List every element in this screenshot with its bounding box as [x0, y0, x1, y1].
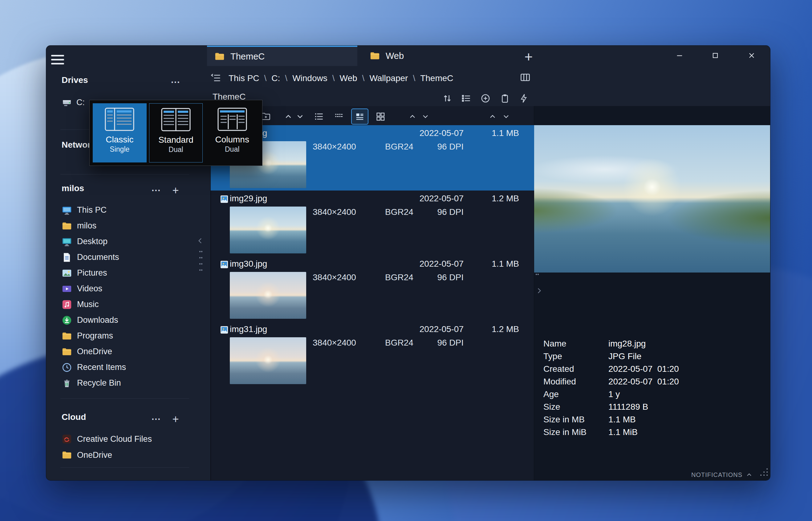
sort-column-up-icon[interactable] — [405, 109, 420, 124]
user-section-more-button[interactable]: ··· — [150, 184, 163, 197]
add-icon[interactable] — [478, 91, 493, 106]
file-dpi: 96 DPI — [437, 273, 463, 282]
sidebar-item-desktop[interactable]: Desktop — [58, 234, 191, 249]
folder-icon — [214, 51, 225, 62]
cloud-section-more-button[interactable]: ··· — [150, 413, 163, 426]
breadcrumb-segment[interactable]: Wallpaper — [369, 73, 408, 83]
image-file-icon — [219, 325, 229, 335]
sort-icon[interactable] — [440, 91, 454, 106]
path-history-menu-icon[interactable] — [209, 71, 223, 85]
view-details-icon[interactable] — [312, 109, 326, 124]
chevron-down-icon[interactable] — [293, 109, 307, 124]
detail-row: Type JPG File — [543, 350, 761, 363]
sidebar-item-onedrive[interactable]: OneDrive — [58, 344, 191, 360]
image-file-icon — [219, 194, 229, 204]
sidebar-item-label: Creative Cloud Files — [77, 434, 152, 444]
detail-value: JPG File — [608, 352, 641, 361]
sort-column-down-icon[interactable] — [418, 109, 432, 124]
file-size: 1.1 MB — [492, 259, 519, 269]
sidebar-item-label: Pictures — [77, 268, 107, 278]
pictures-icon — [62, 268, 72, 278]
layout-option-columns[interactable]: Columns Dual — [205, 103, 259, 162]
new-tab-button[interactable]: + — [521, 49, 536, 65]
breadcrumb-segment[interactable]: This PC — [229, 73, 259, 83]
file-row[interactable]: img30.jpg 2022-05-07 1.1 MB 3840×2400 BG… — [211, 256, 534, 321]
sidebar-item-cloud-onedrive[interactable]: OneDrive — [58, 447, 191, 463]
detail-row: Age 1 y — [543, 388, 761, 401]
view-grid-icon[interactable] — [373, 109, 387, 124]
sidebar-item-label: Programs — [77, 331, 113, 341]
cloud-section-add-button[interactable]: + — [169, 413, 182, 426]
sort-date-down-icon[interactable] — [499, 109, 513, 124]
sidebar-item-videos[interactable]: Videos — [58, 281, 191, 297]
sidebar-item-this-pc[interactable]: This PC — [58, 202, 191, 218]
breadcrumb-separator: \ — [264, 73, 267, 83]
drives-more-button[interactable]: ··· — [169, 76, 182, 89]
notifications-toggle[interactable]: NOTIFICATIONS — [691, 471, 753, 478]
layout-option-classic[interactable]: Classic Single — [93, 103, 147, 162]
sidebar-item-label: Desktop — [77, 237, 108, 246]
sidebar-item-music[interactable]: Music — [58, 297, 191, 312]
user-section-header: milos — [62, 183, 84, 193]
sidebar-item-label: This PC — [77, 205, 106, 215]
view-compact-columns-icon[interactable] — [332, 109, 346, 124]
file-queue-icon[interactable] — [459, 91, 473, 106]
sidebar-item-label: OneDrive — [77, 450, 112, 460]
actions-lightning-icon[interactable] — [517, 91, 531, 106]
breadcrumb-segment[interactable]: ThemeC — [420, 73, 453, 83]
sidebar-item-pictures[interactable]: Pictures — [58, 265, 191, 281]
sidebar-item-downloads[interactable]: Downloads — [58, 312, 191, 328]
columns-layout-icon[interactable] — [518, 70, 532, 85]
sort-date-up-icon[interactable] — [485, 109, 500, 124]
window-resize-grip[interactable] — [759, 467, 768, 478]
view-list-thumbnails-icon[interactable] — [351, 109, 368, 124]
documents-icon — [62, 252, 72, 263]
tab-themec[interactable]: ThemeC — [207, 46, 357, 66]
standard-layout-icon — [161, 107, 191, 132]
sidebar-item-recent-items[interactable]: Recent Items — [58, 360, 191, 375]
sidebar-item-documents[interactable]: Documents — [58, 249, 191, 265]
user-section-add-button[interactable]: + — [169, 184, 182, 197]
sidebar-item-creative-cloud[interactable]: Creative Cloud Files — [58, 431, 191, 447]
clipboard-icon[interactable] — [498, 91, 512, 106]
folder-icon — [62, 346, 72, 357]
file-resolution: 3840×2400 — [313, 207, 356, 217]
sidebar-item-milos[interactable]: milos — [58, 218, 191, 234]
tab-web[interactable]: Web — [362, 46, 498, 66]
desktop-icon — [62, 236, 72, 247]
sidebar-divider — [61, 174, 189, 175]
cloud-section-header: Cloud — [62, 412, 86, 422]
breadcrumb-segment[interactable]: Web — [340, 73, 357, 83]
file-thumbnail — [230, 337, 306, 384]
columns-dual-layout-icon — [217, 107, 248, 132]
file-row[interactable]: img29.jpg 2022-05-07 1.2 MB 3840×2400 BG… — [211, 190, 534, 256]
breadcrumb-segment[interactable]: Windows — [292, 73, 328, 83]
drive-label: C: — [76, 98, 85, 107]
breadcrumb-segment[interactable]: C: — [271, 73, 280, 83]
layout-option-title: Classic — [106, 135, 134, 144]
minimize-button[interactable] — [669, 46, 690, 65]
sidebar-item-recycle-bin[interactable]: Recycle Bin — [58, 375, 191, 391]
folder-icon — [369, 50, 380, 61]
downloads-icon — [62, 315, 72, 325]
file-resolution: 3840×2400 — [313, 273, 356, 282]
detail-label: Type — [543, 352, 608, 361]
sidebar-item-programs[interactable]: Programs — [58, 328, 191, 344]
file-row[interactable]: img31.jpg 2022-05-07 1.2 MB 3840×2400 BG… — [211, 321, 534, 387]
sidebar-nav: This PC milos Desktop Documents — [58, 202, 191, 391]
layout-option-subtitle: Dual — [168, 145, 183, 154]
close-button[interactable] — [741, 46, 762, 65]
layout-option-standard[interactable]: Standard Dual — [149, 103, 203, 162]
layout-option-subtitle: Dual — [225, 145, 239, 154]
sidebar-collapse-chevron[interactable] — [196, 236, 205, 245]
file-name: img30.jpg — [230, 259, 267, 269]
file-format: BGR24 — [385, 338, 413, 348]
maximize-button[interactable] — [705, 46, 726, 65]
sidebar-splitter-handle[interactable] — [198, 250, 203, 276]
main-menu-button[interactable] — [51, 52, 68, 67]
detail-row: Created 2022-05-07 01:20 — [543, 363, 761, 375]
breadcrumb-separator: \ — [362, 73, 365, 83]
detail-value: img28.jpg — [608, 339, 646, 349]
preview-expand-chevron[interactable] — [535, 286, 543, 295]
sidebar-item-label: Downloads — [77, 315, 118, 325]
